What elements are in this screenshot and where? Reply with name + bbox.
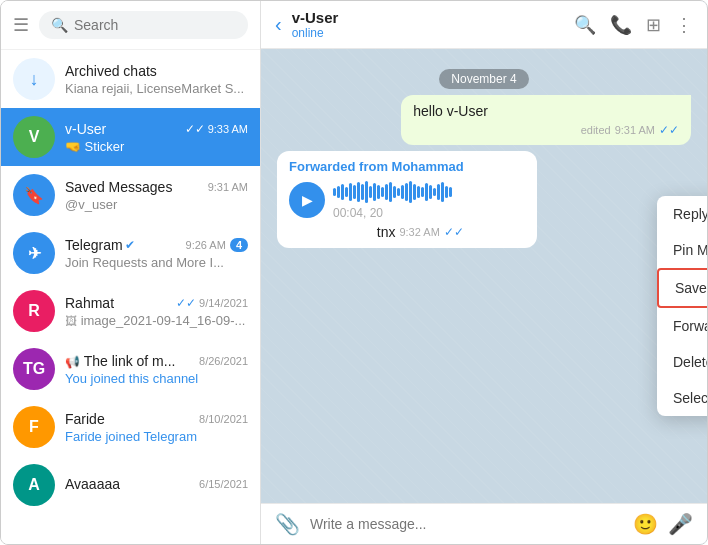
faride-name: Faride: [65, 411, 105, 427]
chat-header-name: v-User: [292, 9, 564, 26]
emoji-icon[interactable]: 🙂: [633, 512, 658, 536]
voice-message: Forwarded from Mohammad Forwarded from M…: [277, 151, 537, 248]
rahmat-avatar: R: [13, 290, 55, 332]
v-user-info: v-User ✓✓ 9:33 AM 🤜 Sticker: [65, 121, 248, 154]
bar-10: [369, 186, 372, 198]
app-window: — □ ✕ ☰ 🔍 ↓ A: [0, 0, 708, 545]
telegram-badge: 4: [230, 238, 248, 252]
bar-8: [361, 184, 364, 200]
hamburger-icon[interactable]: ☰: [13, 14, 29, 36]
select-message-menu-item[interactable]: Select Message: [657, 380, 708, 416]
archive-icon: ↓: [30, 69, 39, 90]
bar-29: [445, 186, 448, 198]
channel-name: 📢 The link of m...: [65, 353, 175, 369]
bar-18: [401, 185, 404, 199]
chat-header-status: online: [292, 26, 564, 40]
chat-header-info: v-User online: [292, 9, 564, 40]
chat-item-v-user[interactable]: V v-User ✓✓ 9:33 AM 🤜 Sticker: [1, 108, 260, 166]
bar-23: [421, 187, 424, 197]
bar-17: [397, 188, 400, 196]
bar-16: [393, 186, 396, 198]
sidebar-header: ☰ 🔍: [1, 1, 260, 50]
chat-list: ↓ Archived chats Kiana rejaii, LicenseMa…: [1, 50, 260, 544]
archived-info: Archived chats Kiana rejaii, LicenseMark…: [65, 63, 248, 96]
msg-text-1: hello v-User: [413, 103, 679, 119]
saved-info: Saved Messages 9:31 AM @v_user: [65, 179, 248, 212]
chat-item-channel[interactable]: TG 📢 The link of m... 8/26/2021 You join…: [1, 340, 260, 398]
channel-avatar: TG: [13, 348, 55, 390]
outgoing-message: hello v-User edited 9:31 AM ✓✓: [401, 95, 691, 145]
rahmat-time: 9/14/2021: [199, 297, 248, 309]
call-icon[interactable]: 📞: [610, 14, 632, 36]
mic-icon[interactable]: 🎤: [668, 512, 693, 536]
msg-meta-1: edited 9:31 AM ✓✓: [413, 123, 679, 137]
chat-item-saved[interactable]: 🔖 Saved Messages 9:31 AM @v_user: [1, 166, 260, 224]
chat-item-rahmat[interactable]: R Rahmat ✓✓ 9/14/2021 🖼 image_2021-09-14…: [1, 282, 260, 340]
chat-area: ‹ v-User online 🔍 📞 ⊞ ⋮ November 4: [261, 1, 707, 544]
v-user-tick: ✓✓: [185, 122, 205, 136]
bar-12: [377, 185, 380, 199]
search-box[interactable]: 🔍: [39, 11, 248, 39]
layout-icon[interactable]: ⊞: [646, 14, 661, 36]
main-layout: ☰ 🔍 ↓ Archived chats Kiana re: [1, 1, 707, 544]
saved-avatar: 🔖: [13, 174, 55, 216]
bar-24: [425, 183, 428, 201]
saved-name: Saved Messages: [65, 179, 172, 195]
bar-13: [381, 187, 384, 197]
avaaaaa-avatar: A: [13, 464, 55, 506]
channel-info: 📢 The link of m... 8/26/2021 You joined …: [65, 353, 248, 386]
more-icon[interactable]: ⋮: [675, 14, 693, 36]
context-menu: Reply Pin Message Save Voice Message As.…: [657, 196, 708, 416]
chat-item-telegram[interactable]: ✈ Telegram ✔ 9:26 AM 4 Join: [1, 224, 260, 282]
voice-duration: 00:04, 20: [333, 206, 464, 220]
bar-6: [353, 185, 356, 199]
avaaaaa-time: 6/15/2021: [199, 478, 248, 490]
attach-icon[interactable]: 📎: [275, 512, 300, 536]
bar-5: [349, 183, 352, 201]
telegram-verified: ✔: [125, 238, 135, 252]
bar-19: [405, 183, 408, 201]
forward-message-menu-item[interactable]: Forward Message: [657, 308, 708, 344]
sidebar: ☰ 🔍 ↓ Archived chats Kiana re: [1, 1, 261, 544]
chat-item-archived[interactable]: ↓ Archived chats Kiana rejaii, LicenseMa…: [1, 50, 260, 108]
back-button[interactable]: ‹: [275, 13, 282, 36]
saved-preview: @v_user: [65, 197, 248, 212]
avaaaaa-info: Avaaaaa 6/15/2021: [65, 476, 248, 494]
faride-info: Faride 8/10/2021 Faride joined Telegram: [65, 411, 248, 444]
bar-2: [337, 186, 340, 198]
faride-time: 8/10/2021: [199, 413, 248, 425]
save-voice-label: Save Voice Message As...: [675, 280, 708, 296]
chat-item-faride[interactable]: F Faride 8/10/2021 Faride joined Telegra…: [1, 398, 260, 456]
message-input[interactable]: [310, 516, 623, 532]
header-actions: 🔍 📞 ⊞ ⋮: [574, 14, 693, 36]
bar-3: [341, 184, 344, 200]
bar-28: [441, 182, 444, 202]
bar-20: [409, 181, 412, 203]
voice-tick: ✓✓: [444, 225, 464, 239]
faride-preview: Faride joined Telegram: [65, 429, 248, 444]
rahmat-tick: ✓✓: [176, 296, 196, 310]
forwarded-header: Forwarded from Mohammad: [289, 159, 464, 174]
archived-name: Archived chats: [65, 63, 157, 79]
v-user-avatar: V: [13, 116, 55, 158]
bar-15: [389, 182, 392, 202]
voice-container: Forwarded from Mohammad ▶: [289, 159, 464, 240]
search-chat-icon[interactable]: 🔍: [574, 14, 596, 36]
v-user-name: v-User: [65, 121, 106, 137]
rahmat-info: Rahmat ✓✓ 9/14/2021 🖼 image_2021-09-14_1…: [65, 295, 248, 328]
save-voice-menu-item[interactable]: Save Voice Message As... 🖱: [657, 268, 708, 308]
bar-1: [333, 188, 336, 196]
chat-header: ‹ v-User online 🔍 📞 ⊞ ⋮: [261, 1, 707, 49]
pin-message-menu-item[interactable]: Pin Message: [657, 232, 708, 268]
chat-item-avaaaaa[interactable]: A Avaaaaa 6/15/2021: [1, 456, 260, 514]
waveform: 00:04, 20: [333, 180, 464, 220]
bar-11: [373, 183, 376, 201]
play-button[interactable]: ▶: [289, 182, 325, 218]
bar-22: [417, 186, 420, 198]
rahmat-preview: 🖼 image_2021-09-14_16-09-...: [65, 313, 248, 328]
incoming-message-wrap: Forwarded from Mohammad Forwarded from M…: [277, 151, 588, 248]
telegram-time: 9:26 AM: [186, 239, 226, 251]
delete-message-menu-item[interactable]: Delete Message: [657, 344, 708, 380]
search-input[interactable]: [74, 17, 236, 33]
reply-menu-item[interactable]: Reply: [657, 196, 708, 232]
